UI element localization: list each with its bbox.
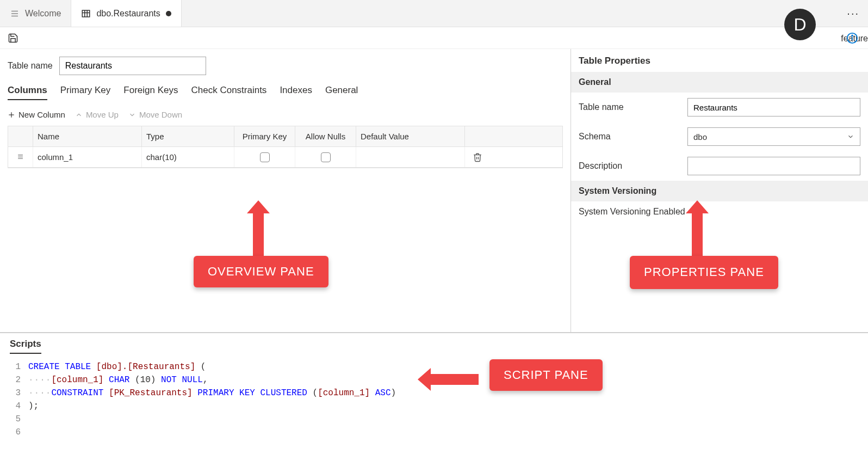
prop-description-input[interactable]	[687, 157, 860, 175]
tab-table[interactable]: dbo.Restaurants	[71, 0, 181, 27]
cell-default[interactable]	[356, 147, 465, 167]
info-icon[interactable]	[846, 32, 858, 44]
save-icon[interactable]	[8, 33, 18, 44]
subtab-columns[interactable]: Columns	[8, 85, 47, 100]
delete-row-button[interactable]	[465, 147, 490, 167]
scripts-tab[interactable]: Scripts	[10, 339, 41, 354]
script-pane: Scripts 1 CREATE TABLE [dbo].[Restaurant…	[0, 332, 868, 442]
prop-schema-row: Schema dbo	[571, 122, 868, 151]
arrow-properties	[692, 212, 703, 256]
chevron-up-icon	[75, 111, 83, 119]
chevron-down-icon	[847, 133, 854, 140]
prop-schema-value: dbo	[693, 132, 707, 142]
code-line-6: 6	[10, 426, 858, 439]
list-icon	[10, 9, 20, 19]
table-name-row: Table name	[8, 57, 563, 75]
code-editor[interactable]: 1 CREATE TABLE [dbo].[Restaurants] ( 2 ·…	[10, 357, 858, 442]
table-name-input[interactable]	[59, 57, 206, 75]
prop-schema-select[interactable]: dbo	[687, 127, 860, 146]
avatar[interactable]: D	[784, 9, 816, 40]
cell-type[interactable]: char(10)	[142, 147, 234, 167]
avatar-initial: D	[793, 15, 806, 35]
cell-allow-nulls[interactable]	[295, 147, 356, 167]
prop-table-name-row: Table name	[571, 93, 868, 122]
prop-sysver-row: System Versioning Enabled	[571, 201, 868, 222]
checkbox-pk[interactable]	[260, 152, 270, 162]
prop-schema-label: Schema	[579, 132, 682, 142]
tab-welcome-label: Welcome	[25, 9, 61, 19]
cell-name[interactable]: column_1	[33, 147, 142, 167]
header-type: Type	[142, 126, 234, 146]
columns-grid-header: Name Type Primary Key Allow Nulls Defaul…	[8, 126, 562, 147]
tab-table-label: dbo.Restaurants	[96, 9, 160, 19]
annotation-script: SCRIPT PANE	[489, 359, 603, 391]
annotation-properties: PROPERTIES PANE	[630, 256, 778, 289]
code-line-5: 5	[10, 413, 858, 426]
new-column-label: New Column	[18, 110, 65, 119]
designer-subtabs: Columns Primary Key Foreign Keys Check C…	[8, 85, 563, 100]
move-up-label: Move Up	[86, 110, 119, 119]
arrow-script	[430, 374, 479, 385]
main-layout: Table name Columns Primary Key Foreign K…	[0, 49, 868, 332]
table-row[interactable]: ≡ column_1 char(10)	[8, 147, 562, 168]
header-allow-nulls: Allow Nulls	[295, 126, 356, 146]
code-line-3: 3 ····CONSTRAINT [PK_Restaurants] PRIMAR…	[10, 386, 858, 400]
plus-icon	[8, 111, 15, 119]
editor-tab-strip: Welcome dbo.Restaurants ···	[0, 0, 868, 27]
table-icon	[81, 9, 91, 19]
prop-description-row: Description	[571, 151, 868, 181]
header-primary-key: Primary Key	[234, 126, 295, 146]
subtab-check-constraints[interactable]: Check Constraints	[191, 85, 266, 100]
tab-right-controls: ···	[844, 0, 868, 27]
header-name: Name	[33, 126, 142, 146]
overview-pane: Table name Columns Primary Key Foreign K…	[0, 49, 571, 332]
columns-grid: Name Type Primary Key Allow Nulls Defaul…	[8, 126, 563, 168]
prop-table-name-input[interactable]	[687, 98, 860, 116]
column-actions-row: New Column Move Up Move Down	[8, 110, 563, 119]
code-line-4: 4 );	[10, 400, 858, 413]
subtab-foreign-keys[interactable]: Foreign Keys	[123, 85, 178, 100]
trash-icon	[473, 152, 482, 162]
new-column-button[interactable]: New Column	[8, 110, 65, 119]
header-default-value: Default Value	[356, 126, 465, 146]
code-line-1: 1 CREATE TABLE [dbo].[Restaurants] (	[10, 360, 858, 373]
move-down-label: Move Down	[139, 110, 182, 119]
dirty-indicator-icon	[166, 11, 171, 16]
section-sysver: System Versioning	[571, 181, 868, 201]
subtab-primary-key[interactable]: Primary Key	[60, 85, 111, 100]
move-up-button[interactable]: Move Up	[75, 110, 119, 119]
header-handle	[8, 126, 33, 146]
table-name-label: Table name	[8, 61, 53, 71]
editor-toolbar	[0, 27, 868, 49]
annotation-overview: OVERVIEW PANE	[194, 256, 328, 287]
tab-welcome[interactable]: Welcome	[0, 0, 71, 27]
properties-pane: Table Properties General Table name Sche…	[571, 49, 868, 332]
subtab-indexes[interactable]: Indexes	[280, 85, 312, 100]
section-general: General	[571, 72, 868, 93]
chevron-down-icon	[128, 111, 136, 119]
prop-description-label: Description	[579, 161, 682, 171]
prop-sysver-label: System Versioning Enabled	[579, 207, 685, 217]
svg-point-9	[852, 35, 853, 36]
arrow-overview	[253, 212, 264, 256]
svg-rect-3	[83, 10, 90, 17]
subtab-general[interactable]: General	[325, 85, 358, 100]
properties-title: Table Properties	[571, 49, 868, 72]
drag-handle-icon[interactable]: ≡	[8, 147, 33, 167]
prop-table-name-label: Table name	[579, 102, 682, 112]
cell-primary-key[interactable]	[234, 147, 295, 167]
move-down-button[interactable]: Move Down	[128, 110, 182, 119]
more-actions-button[interactable]: ···	[844, 7, 863, 20]
header-actions	[465, 126, 490, 146]
checkbox-nulls[interactable]	[321, 152, 331, 162]
